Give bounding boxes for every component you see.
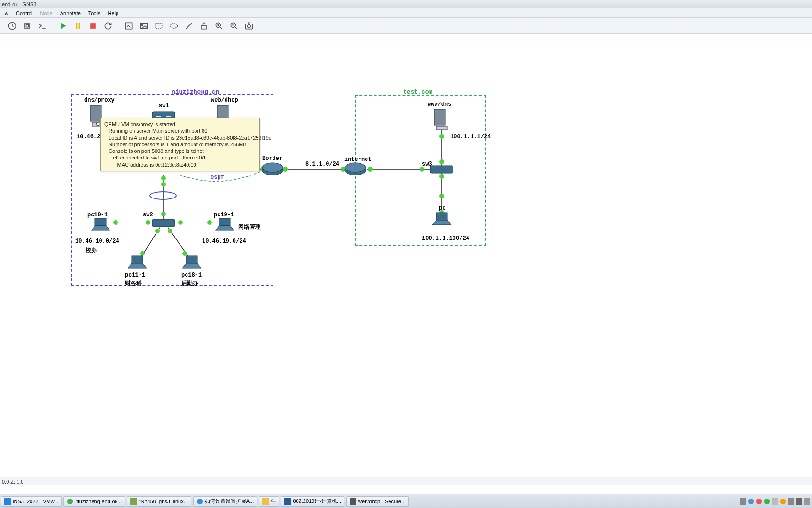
svg-rect-7 xyxy=(141,23,148,29)
svg-rect-46 xyxy=(186,256,197,263)
tray-icon[interactable] xyxy=(772,498,778,505)
taskbar-item[interactable]: *N:\450_gns3_linux... xyxy=(127,496,191,507)
menu-annotate[interactable]: Annotate xyxy=(56,9,85,17)
sw2-icon[interactable] xyxy=(151,216,176,230)
dns-proxy-label: dns/proxy xyxy=(84,97,115,103)
menu-help[interactable]: Help xyxy=(104,9,122,17)
svg-rect-62 xyxy=(804,498,810,505)
link-dot xyxy=(439,194,444,198)
svg-rect-61 xyxy=(796,498,802,505)
pc18-icon[interactable] xyxy=(181,255,202,269)
tooltip-line: e0 connected to sw1 on port Ethernet0/1 xyxy=(104,154,256,161)
tooltip-line: MAC address is 0c:12:9c:8a:40:00 xyxy=(104,161,256,168)
svg-rect-40 xyxy=(436,126,447,130)
tray-icon[interactable] xyxy=(788,498,794,505)
pc10-note: 校办 xyxy=(86,246,97,254)
pc10-icon[interactable] xyxy=(90,217,111,231)
pc11-label: pc11-1 xyxy=(125,272,145,278)
tray-icon[interactable] xyxy=(764,498,770,505)
link-dot xyxy=(420,167,424,172)
console-icon[interactable] xyxy=(36,19,49,32)
ospf-label: ospf xyxy=(211,174,224,181)
tray-icon[interactable] xyxy=(780,498,786,505)
taskbar-item[interactable]: 002.2019计-计算机... xyxy=(281,496,344,507)
svg-rect-43 xyxy=(95,218,106,226)
pc19-icon[interactable] xyxy=(214,217,235,231)
tray-icon[interactable] xyxy=(804,498,810,505)
menu-control[interactable]: Control xyxy=(12,9,36,17)
pc-r-ip: 100.1.1.100/24 xyxy=(422,235,469,242)
taskbar-item-label: 如何设置设置扩展A... xyxy=(205,498,254,505)
dns-proxy-ip: 10.46.25 xyxy=(77,134,104,140)
pc-r-icon[interactable] xyxy=(431,212,452,226)
reload-icon[interactable] xyxy=(102,19,115,32)
taskbar-item[interactable]: web/dhcp - Secure... xyxy=(346,496,409,507)
svg-point-57 xyxy=(764,498,770,504)
border-icon[interactable] xyxy=(261,162,284,177)
svg-rect-51 xyxy=(262,498,269,505)
stop-icon[interactable] xyxy=(86,19,100,32)
system-tray[interactable] xyxy=(740,498,812,505)
pc18-label: pc18-1 xyxy=(181,272,202,278)
tray-icon[interactable] xyxy=(748,498,754,505)
pc11-icon[interactable] xyxy=(127,255,148,269)
pause-icon[interactable] xyxy=(71,19,85,32)
menu-w[interactable]: w xyxy=(1,9,12,17)
svg-rect-58 xyxy=(772,498,778,505)
taskbar-item[interactable]: 牛 xyxy=(259,496,279,507)
play-icon[interactable] xyxy=(56,19,70,32)
link-dot xyxy=(161,182,166,187)
line-icon[interactable] xyxy=(182,19,195,32)
tooltip-line: Running on server Main server with port … xyxy=(104,127,256,134)
zone-right-label: test.com xyxy=(403,88,432,95)
svg-rect-52 xyxy=(284,498,291,505)
clock-icon[interactable] xyxy=(6,19,19,32)
svg-rect-39 xyxy=(434,109,445,125)
svg-point-48 xyxy=(67,498,73,504)
link-dot xyxy=(439,134,444,139)
image-icon[interactable] xyxy=(137,19,150,32)
zoom-in-icon[interactable] xyxy=(212,19,226,32)
tray-icon[interactable] xyxy=(756,498,762,505)
pc18-note: 后勤办 xyxy=(181,279,198,287)
tray-icon[interactable] xyxy=(796,498,802,505)
svg-rect-3 xyxy=(76,23,77,29)
svg-point-15 xyxy=(248,24,251,28)
rect-icon[interactable] xyxy=(152,19,165,32)
taskbar-item-label: niuzizheng-end-ok... xyxy=(75,499,122,504)
cpu-icon[interactable] xyxy=(21,19,34,32)
taskbar-item-label: 002.2019计-计算机... xyxy=(293,498,341,505)
link-dot xyxy=(113,220,118,225)
taskbar-item[interactable]: iNS3_2022 - VMw... xyxy=(1,496,62,507)
www-dns-ip: 100.1.1.1/24 xyxy=(450,134,491,140)
ellipse-icon[interactable] xyxy=(167,19,180,32)
lock-icon[interactable] xyxy=(197,19,211,32)
taskbar-item[interactable]: 如何设置设置扩展A... xyxy=(193,496,258,507)
taskbar-item-label: iNS3_2022 - VMw... xyxy=(13,499,58,504)
node-tooltip: QEMU VM dns/proxy is started Running on … xyxy=(100,118,260,171)
svg-point-8 xyxy=(141,24,143,25)
sw3-icon[interactable] xyxy=(429,163,454,176)
svg-rect-44 xyxy=(219,218,230,226)
link-dot xyxy=(146,220,150,225)
tray-icon[interactable] xyxy=(740,498,746,505)
www-dns-icon[interactable] xyxy=(433,108,450,131)
tooltip-line: Local ID is 4 and server ID is 23e15ad8-… xyxy=(104,135,256,141)
svg-point-10 xyxy=(171,24,178,28)
status-text: 0.0 Z: 1.0 xyxy=(2,479,23,484)
camera-icon[interactable] xyxy=(242,19,256,32)
topology-canvas[interactable]: niuzizheng.cn test.com xyxy=(0,34,812,485)
svg-point-59 xyxy=(780,498,786,504)
internet-icon[interactable] xyxy=(344,162,367,177)
svg-rect-54 xyxy=(740,498,746,505)
pc-r-label: pc xyxy=(439,205,445,212)
window-titlebar: end-ok - GNS3 xyxy=(0,0,812,8)
taskbar-item[interactable]: niuzizheng-end-ok... xyxy=(63,496,125,507)
taskbar[interactable]: iNS3_2022 - VMw... niuzizheng-end-ok... … xyxy=(0,494,812,508)
zoom-out-icon[interactable] xyxy=(227,19,241,32)
edit-icon[interactable] xyxy=(122,19,135,32)
menubar[interactable]: w Control Node Annotate Tools Help xyxy=(0,8,812,18)
menu-tools[interactable]: Tools xyxy=(85,9,104,17)
web-dhcp-label: web/dhcp xyxy=(211,97,238,103)
svg-point-37 xyxy=(345,163,366,172)
